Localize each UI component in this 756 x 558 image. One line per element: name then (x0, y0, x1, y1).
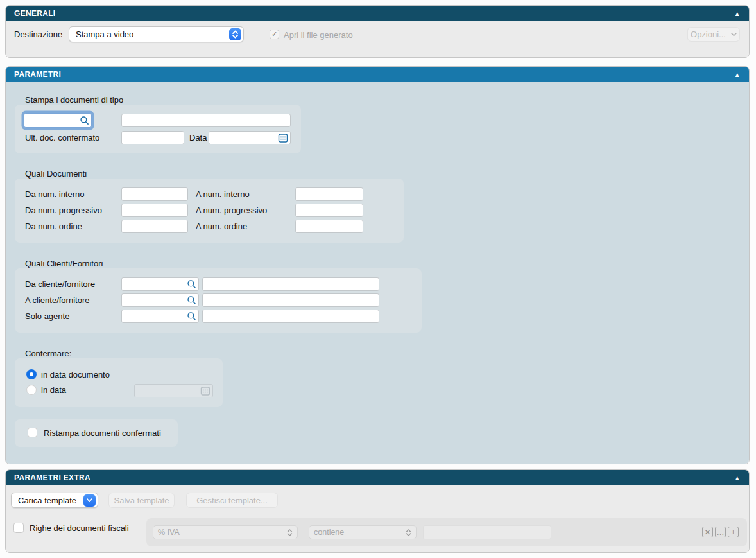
last-confirmed-input[interactable] (121, 131, 184, 144)
quali-clienti-group: Da cliente/fornitore A cliente/fornitore… (15, 268, 422, 333)
filter-operator-value: contiene (314, 528, 406, 537)
search-icon (187, 311, 198, 321)
filter-add-button[interactable]: + (728, 527, 739, 537)
date-input[interactable] (209, 133, 278, 143)
radio-in-data[interactable] (26, 385, 37, 395)
row-label: Da num. ordine (25, 222, 82, 231)
check-icon: ✓ (271, 30, 277, 39)
from-customer-input[interactable] (122, 279, 187, 289)
panel-parametri-title: PARAMETRI (14, 70, 61, 79)
destination-label: Destinazione (14, 30, 62, 39)
agent-input[interactable] (122, 311, 187, 321)
filter-field-select[interactable]: % IVA (153, 525, 298, 539)
from-customer-name-input[interactable] (202, 277, 379, 291)
radio-in-data-documento[interactable] (26, 369, 37, 379)
panel-generali-title: GENERALI (14, 9, 55, 18)
to-customer-field[interactable] (121, 293, 199, 307)
doc-type-code-input[interactable] (26, 116, 80, 125)
collapse-arrow-icon[interactable]: ▲ (734, 71, 741, 78)
reprint-group: Ristampa documenti confermati (15, 419, 178, 447)
agent-name-input[interactable] (202, 310, 379, 323)
updown-chevron-icon (406, 528, 411, 537)
radio-label: in data (41, 385, 66, 395)
options-button[interactable]: Opzioni... (687, 27, 740, 42)
updown-chevron-icon (287, 528, 293, 537)
panel-generali-header: GENERALI ▲ (6, 6, 749, 21)
quali-clienti-section-label: Quali Clienti/Fornitori (25, 259, 103, 268)
radio-label: in data documento (41, 370, 110, 379)
filter-clear-button[interactable]: ✕ (702, 527, 713, 537)
panel-parametri-extra-title: PARAMETRI EXTRA (14, 473, 90, 482)
row-label: A num. progressivo (196, 205, 267, 215)
filter-operator-select[interactable]: contiene (309, 525, 417, 539)
search-icon (187, 279, 198, 289)
collapse-arrow-icon[interactable]: ▲ (734, 10, 741, 17)
from-progressive-number-input[interactable] (121, 204, 188, 217)
from-order-number-input[interactable] (121, 220, 188, 233)
filter-more-button[interactable]: … (715, 527, 726, 537)
calendar-icon[interactable] (278, 133, 290, 143)
updown-chevron-icon (229, 28, 241, 40)
fiscal-rows-checkbox[interactable] (13, 523, 24, 533)
date-label: Data (189, 133, 207, 143)
manage-template-button[interactable]: Gestisci template... (186, 493, 278, 508)
clear-icon: ✕ (704, 528, 710, 536)
quali-documenti-section-label: Quali Documenti (25, 169, 87, 179)
chevron-down-icon (83, 494, 96, 507)
search-icon (187, 295, 198, 305)
panel-parametri-extra-header: PARAMETRI EXTRA ▲ (6, 470, 749, 485)
confermare-group: in data documento in data (15, 358, 223, 407)
to-order-number-input[interactable] (295, 220, 363, 233)
doc-type-section-label: Stampa i documenti di tipo (25, 95, 123, 105)
fiscal-rows-label: Righe dei documenti fiscali (30, 523, 129, 533)
row-label: A cliente/fornitore (25, 295, 89, 305)
from-internal-number-input[interactable] (121, 187, 188, 201)
panel-generali: GENERALI ▲ Destinazione Stampa a video ✓… (5, 5, 750, 58)
agent-field[interactable] (121, 310, 199, 323)
destination-value: Stampa a video (76, 30, 229, 39)
reprint-checkbox[interactable] (28, 428, 37, 437)
save-template-button[interactable]: Salva template (108, 493, 175, 508)
load-template-label: Carica template (18, 496, 83, 505)
row-label: Da num. interno (25, 189, 85, 199)
last-confirmed-label: Ult. doc. confermato (25, 133, 99, 143)
more-icon: … (717, 528, 725, 536)
open-file-checkbox[interactable]: ✓ (270, 30, 279, 39)
options-button-label: Opzioni... (691, 30, 726, 39)
doc-type-group: Ult. doc. confermato Data (15, 105, 301, 153)
from-customer-field[interactable] (121, 277, 199, 291)
to-progressive-number-input[interactable] (295, 204, 363, 217)
row-label: Solo agente (25, 311, 69, 321)
filter-field-value: % IVA (158, 528, 287, 537)
panel-parametri-extra: PARAMETRI EXTRA ▲ Carica template Salva … (5, 469, 750, 553)
filter-value-input[interactable] (423, 525, 551, 539)
date-field[interactable] (209, 131, 291, 144)
destination-select[interactable]: Stampa a video (69, 26, 244, 42)
open-file-label: Apri il file generato (284, 30, 353, 40)
add-icon: + (731, 528, 735, 536)
to-customer-input[interactable] (122, 295, 187, 305)
search-icon (80, 116, 91, 125)
doc-type-code-field[interactable] (24, 113, 92, 128)
quali-documenti-group: Da num. interno A num. interno Da num. p… (15, 179, 404, 243)
confirm-date-input[interactable] (135, 386, 200, 396)
chevron-down-icon (731, 33, 737, 37)
panel-parametri-header: PARAMETRI ▲ (6, 67, 749, 82)
calendar-icon (200, 386, 212, 396)
row-label: A num. ordine (196, 222, 247, 231)
save-template-label: Salva template (114, 496, 169, 505)
panel-parametri: PARAMETRI ▲ Stampa i documenti di tipo U… (5, 66, 750, 464)
to-customer-name-input[interactable] (202, 293, 379, 307)
row-label: Da num. progressivo (25, 205, 102, 215)
row-label: A num. interno (196, 189, 250, 199)
confermare-section-label: Confermare: (25, 349, 71, 358)
load-template-button[interactable]: Carica template (11, 493, 98, 508)
filter-row-group: % IVA contiene ✕ … + (146, 518, 747, 546)
reprint-label: Ristampa documenti confermati (44, 428, 161, 438)
collapse-arrow-icon[interactable]: ▲ (734, 475, 741, 482)
confirm-date-field[interactable] (134, 384, 213, 397)
to-internal-number-input[interactable] (295, 187, 363, 201)
row-label: Da cliente/fornitore (25, 279, 95, 289)
manage-template-label: Gestisci template... (196, 496, 268, 505)
doc-type-description-input[interactable] (121, 114, 291, 127)
